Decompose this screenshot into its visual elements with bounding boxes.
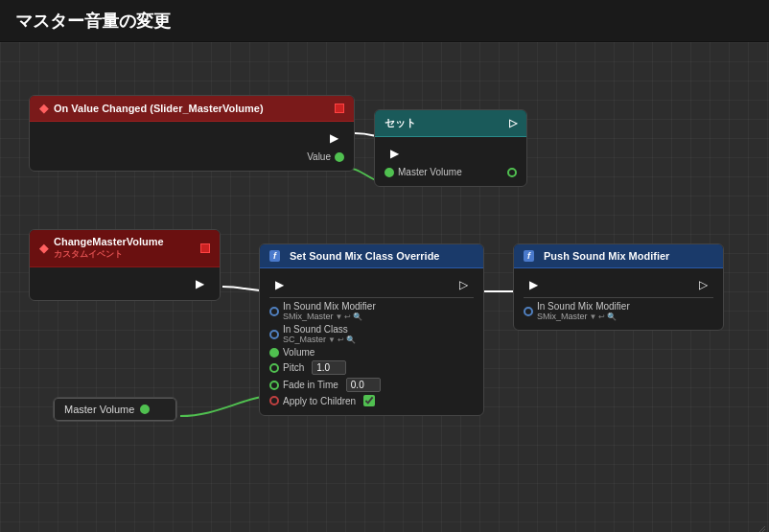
in-sound-class-value: SC_Master: [283, 335, 326, 344]
node-set[interactable]: セット ▷ ▶ Master Volume: [374, 109, 527, 187]
set-sound-exec-out: ▷: [459, 278, 468, 291]
in-sound-mix-label: In Sound Mix Modifier: [283, 301, 376, 312]
sc-arrow-icon: ▼: [328, 335, 336, 344]
in-sound-class-label: In Sound Class: [283, 324, 356, 335]
set-sound-func-icon: f: [269, 250, 280, 262]
change-master-subtitle: カスタムイベント: [54, 248, 164, 261]
push-smix-value: SMix_Master: [537, 312, 588, 321]
node-set-sound-class[interactable]: f Set Sound Mix Class Override ▶ ▷ In So…: [259, 243, 484, 416]
title-bar: マスター音量の変更: [0, 0, 769, 42]
fade-in-pin: [269, 381, 279, 390]
smix-arrow-icon: ▼: [336, 312, 343, 321]
exec-out-arrow: ▶: [330, 131, 338, 145]
node-master-volume[interactable]: Master Volume: [53, 397, 177, 422]
change-master-exec-out: ▶: [196, 277, 204, 290]
master-volume-var-label: Master Volume: [64, 404, 134, 415]
event-icon: ◆: [39, 102, 48, 115]
sc-search-icon: 🔍: [346, 335, 356, 344]
in-sound-mix-value: SMix_Master: [283, 312, 334, 321]
set-sound-class-title: Set Sound Mix Class Override: [290, 250, 440, 262]
change-master-red-box: [200, 243, 210, 253]
pitch-label: Pitch: [283, 362, 304, 373]
fade-in-input[interactable]: [346, 378, 381, 392]
push-smix-reset: ↩: [598, 312, 605, 321]
push-exec-in: ▶: [529, 278, 538, 291]
smix-reset-icon: ↩: [344, 312, 351, 321]
master-volume-label: Master Volume: [398, 167, 462, 177]
change-master-title: ChangeMasterVolume: [54, 236, 164, 247]
canvas-area[interactable]: ◆ On Value Changed (Slider_MasterVolume)…: [0, 42, 769, 532]
volume-pin: [269, 348, 279, 358]
value-pin: [335, 152, 344, 162]
push-smix-search: 🔍: [607, 312, 617, 321]
in-sound-class-pin: [269, 330, 279, 339]
push-smix-arrow: ▼: [590, 312, 597, 321]
corner-resize-indicator: [757, 520, 767, 530]
push-sound-mix-pin: [524, 307, 533, 316]
master-volume-out-pin: [140, 405, 150, 414]
push-exec-out: ▷: [699, 278, 708, 291]
sc-reset-icon: ↩: [338, 335, 344, 344]
apply-children-pin: [269, 396, 279, 405]
push-sound-mix-title: Push Sound Mix Modifier: [544, 250, 669, 262]
fade-in-label: Fade in Time: [283, 380, 338, 390]
value-label: Value: [307, 151, 331, 162]
apply-children-checkbox[interactable]: [363, 395, 375, 406]
set-exec-out: ▷: [509, 117, 517, 129]
volume-label: Volume: [283, 347, 315, 358]
set-sound-exec-in: ▶: [275, 278, 284, 291]
set-title: セット: [384, 116, 416, 130]
red-box-indicator: [335, 104, 344, 113]
change-master-event-icon: ◆: [39, 242, 48, 255]
pitch-pin: [269, 363, 279, 373]
node-on-value-changed[interactable]: ◆ On Value Changed (Slider_MasterVolume)…: [29, 95, 355, 172]
on-value-changed-title: On Value Changed (Slider_MasterVolume): [54, 103, 264, 114]
smix-search-icon: 🔍: [353, 312, 362, 321]
master-volume-pin-in: [384, 168, 394, 177]
push-func-icon: f: [524, 250, 534, 262]
page-title: マスター音量の変更: [15, 10, 171, 33]
in-sound-mix-pin: [269, 307, 279, 316]
push-in-sound-mix-label: In Sound Mix Modifier: [537, 301, 630, 312]
svg-line-0: [759, 526, 765, 532]
set-exec-in: ▶: [390, 147, 399, 160]
master-volume-pin-out: [507, 168, 517, 177]
pitch-input[interactable]: [312, 360, 346, 375]
apply-children-label: Apply to Children: [283, 396, 356, 406]
node-change-master-volume[interactable]: ◆ ChangeMasterVolume カスタムイベント ▶: [29, 229, 221, 301]
node-push-sound-mix[interactable]: f Push Sound Mix Modifier ▶ ▷ In Sound M…: [513, 243, 724, 331]
